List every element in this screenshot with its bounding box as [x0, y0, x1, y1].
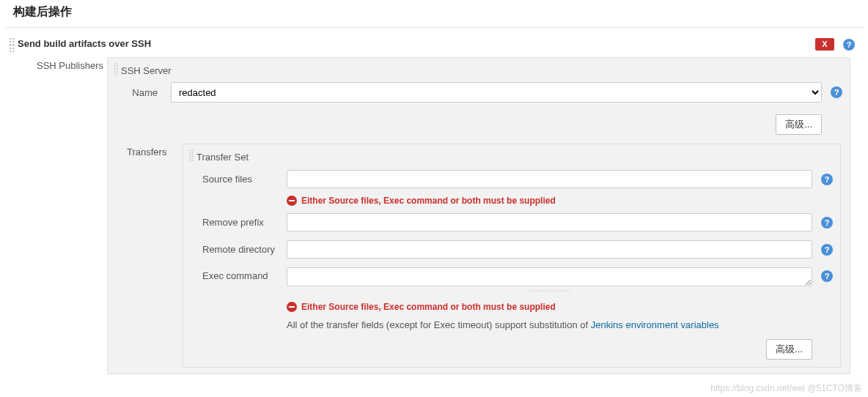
ssh-publishers-label: SSH Publishers	[37, 57, 107, 71]
drag-handle-icon[interactable]: ⠿⠿	[4, 38, 18, 53]
help-icon[interactable]: ?	[821, 244, 833, 256]
error-icon	[287, 196, 297, 206]
help-icon[interactable]: ?	[821, 174, 833, 185]
step-title: Send build artifacts over SSH	[18, 38, 151, 49]
exec-command-label: Exec command	[202, 267, 287, 281]
error-icon	[287, 302, 297, 312]
resize-handle-icon[interactable]	[528, 290, 572, 294]
close-button[interactable]: X	[815, 38, 834, 51]
transfer-note: All of the transfer fields (except for E…	[287, 315, 840, 335]
remote-directory-label: Remote directory	[202, 244, 287, 255]
help-icon[interactable]: ?	[821, 217, 833, 229]
error-message: Either Source files, Exec command or bot…	[287, 193, 840, 209]
drag-handle-icon[interactable]: ⠿⠿	[111, 62, 119, 75]
advanced-button[interactable]: 高级...	[776, 114, 822, 135]
help-icon[interactable]: ?	[843, 39, 855, 51]
exec-command-input[interactable]	[287, 267, 812, 286]
remove-prefix-label: Remove prefix	[202, 217, 287, 228]
remote-directory-input[interactable]	[287, 240, 812, 259]
transfer-set-label: Transfer Set	[195, 149, 249, 163]
name-label: Name	[127, 87, 171, 98]
error-message: Either Source files, Exec command or bot…	[287, 299, 840, 315]
env-vars-link[interactable]: Jenkins environment variables	[591, 319, 719, 330]
help-icon[interactable]: ?	[831, 86, 842, 98]
ssh-server-name-select[interactable]: redacted	[171, 82, 822, 103]
help-icon[interactable]: ?	[821, 270, 833, 282]
transfers-label: Transfers	[127, 144, 183, 157]
source-files-label: Source files	[202, 174, 287, 185]
advanced-button[interactable]: 高级...	[766, 339, 812, 360]
source-files-input[interactable]	[287, 170, 812, 188]
drag-handle-icon[interactable]: ⠿⠿	[186, 149, 195, 162]
remove-prefix-input[interactable]	[287, 213, 812, 231]
section-title: 构建后操作	[4, 0, 864, 28]
ssh-server-label: SSH Server	[119, 62, 172, 76]
